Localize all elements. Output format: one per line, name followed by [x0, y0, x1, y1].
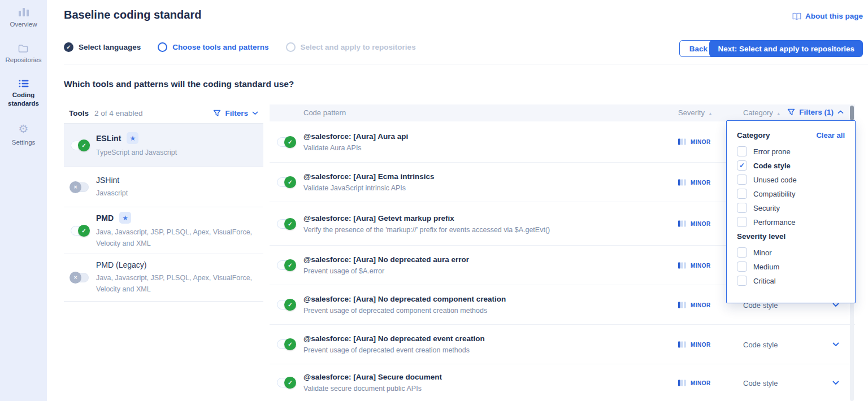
divider [64, 64, 868, 64]
pattern-description: Validate Aura APIs [303, 144, 408, 152]
severity-level-icon [678, 380, 686, 386]
about-this-page-link[interactable]: About this page [792, 12, 863, 20]
chevron-down-icon[interactable] [832, 342, 839, 347]
step-select-languages[interactable]: Select languages [64, 42, 141, 52]
pattern-description: Validate secure document public APIs [303, 385, 442, 393]
app-root: Overview Repositories Coding standards S… [0, 0, 868, 401]
sidebar-item-label: Settings [12, 138, 36, 147]
scrollbar-thumb[interactable] [850, 106, 854, 120]
toggle-check-icon [78, 225, 90, 237]
pattern-toggle[interactable] [277, 177, 295, 187]
radio-circle-icon [286, 42, 296, 52]
tool-name: JSHint [96, 176, 119, 185]
severity-badge: MINOR [678, 139, 711, 145]
radio-circle-icon [158, 42, 167, 52]
pattern-title: @salesforce: [Aura] No deprecated compon… [303, 295, 506, 303]
pattern-description: Prevent usage of deprecated component cr… [303, 307, 506, 315]
popover-severity-title: Severity level [737, 232, 845, 241]
toggle-check-icon [284, 176, 296, 188]
tool-toggle[interactable] [71, 226, 89, 236]
filter-option-compatibility[interactable]: Compatibility [737, 189, 845, 199]
pattern-toggle[interactable] [277, 378, 295, 387]
column-category[interactable]: Category [743, 108, 781, 117]
tool-toggle[interactable] [71, 141, 89, 150]
clear-all-link[interactable]: Clear all [816, 131, 845, 140]
severity-badge: MINOR [678, 221, 711, 227]
sidebar-item-settings[interactable]: Settings [12, 123, 36, 147]
sidebar-item-repositories[interactable]: Repositories [6, 44, 42, 64]
toggle-check-icon [284, 136, 296, 148]
severity-level-icon [678, 262, 686, 268]
gear-icon [19, 123, 29, 135]
patterns-filters-label: Filters (1) [799, 108, 834, 116]
toggle-check-icon [78, 140, 90, 151]
checkbox[interactable] [737, 175, 747, 185]
checkbox[interactable] [737, 203, 747, 213]
severity-badge: MINOR [678, 302, 711, 308]
column-severity[interactable]: Severity [678, 108, 713, 117]
checkbox[interactable] [737, 189, 747, 199]
filter-option-medium[interactable]: Medium [737, 261, 845, 272]
about-this-page-label: About this page [805, 12, 863, 20]
checkbox[interactable] [737, 276, 747, 286]
filter-option-security[interactable]: Security [737, 203, 845, 213]
star-icon [119, 212, 131, 224]
pattern-toggle[interactable] [277, 219, 295, 229]
pattern-toggle[interactable] [277, 260, 295, 270]
filter-option-code-style[interactable]: Code style [737, 160, 845, 171]
checkbox-checked[interactable] [737, 160, 747, 171]
pattern-description: Verify the presence of the 'markup://' p… [303, 226, 550, 234]
filter-option-minor[interactable]: Minor [737, 247, 845, 258]
tool-row-jshint[interactable]: JSHint Javascript [64, 167, 263, 207]
toggle-check-icon [284, 218, 296, 230]
patterns-filters-button[interactable]: Filters (1) [787, 108, 844, 116]
filter-option-error-prone[interactable]: Error prone [737, 146, 845, 156]
sidebar-item-coding-standards[interactable]: Coding standards [0, 80, 47, 108]
tools-panel-header: Tools 2 of 4 enabled Filters [64, 104, 263, 121]
step-select-and-apply[interactable]: Select and apply to repositories [286, 42, 416, 52]
sidebar-item-overview[interactable]: Overview [10, 7, 37, 29]
pattern-category: Code style [743, 340, 778, 348]
tool-row-pmd-legacy[interactable]: PMD (Legacy) Java, Javascript, JSP, PLSQ… [64, 254, 263, 302]
checkbox[interactable] [737, 217, 747, 227]
tool-languages: Java, Javascript, JSP, PLSQL, Apex, Visu… [96, 226, 263, 249]
pattern-toggle[interactable] [277, 339, 295, 349]
step-choose-tools-and-patterns[interactable]: Choose tools and patterns [158, 42, 268, 52]
tool-toggle[interactable] [71, 273, 89, 282]
checkbox[interactable] [737, 146, 747, 156]
filter-option-unused-code[interactable]: Unused code [737, 175, 845, 185]
tools-filters-label: Filters [225, 109, 248, 117]
tool-languages: TypeScript and Javascript [96, 147, 177, 158]
severity-level-icon [678, 179, 686, 185]
tool-languages: Java, Javascript, JSP, PLSQL, Apex, Visu… [96, 272, 263, 295]
pattern-title: @salesforce: [Aura] Ecma intrinsics [303, 172, 435, 181]
sort-asc-icon [708, 108, 713, 117]
toggle-check-icon [284, 338, 296, 350]
tool-row-pmd[interactable]: PMD Java, Javascript, JSP, PLSQL, Apex, … [64, 207, 263, 254]
check-circle-icon [64, 42, 73, 52]
severity-level-icon [678, 341, 686, 347]
toggle-check-icon [284, 377, 296, 389]
severity-badge: MINOR [678, 262, 711, 268]
checkbox[interactable] [737, 247, 747, 258]
toggle-cross-icon [70, 272, 81, 284]
tool-toggle[interactable] [71, 182, 89, 192]
tool-row-eslint[interactable]: ESLint TypeScript and Javascript [64, 124, 263, 167]
chevron-down-icon[interactable] [832, 381, 839, 385]
pattern-toggle[interactable] [277, 300, 295, 310]
pattern-title: @salesforce: [Aura] Aura api [303, 132, 408, 141]
filter-option-critical[interactable]: Critical [737, 276, 845, 286]
pattern-toggle[interactable] [277, 137, 295, 147]
tools-filters-button[interactable]: Filters [213, 109, 258, 117]
sidebar-item-label: Overview [10, 20, 37, 29]
checkbox[interactable] [737, 261, 747, 272]
next-button[interactable]: Next: Select and apply to repositories [709, 40, 863, 57]
pattern-description: Prevent usage of deprecated event creati… [303, 346, 485, 354]
sort-asc-icon [776, 108, 781, 117]
funnel-icon [787, 108, 795, 116]
column-code-pattern: Code pattern [303, 108, 346, 117]
toggle-check-icon [284, 299, 296, 311]
tools-list: ESLint TypeScript and Javascript JSHint … [64, 123, 263, 302]
tool-name: PMD (Legacy) [96, 260, 146, 269]
filter-option-performance[interactable]: Performance [737, 217, 845, 227]
